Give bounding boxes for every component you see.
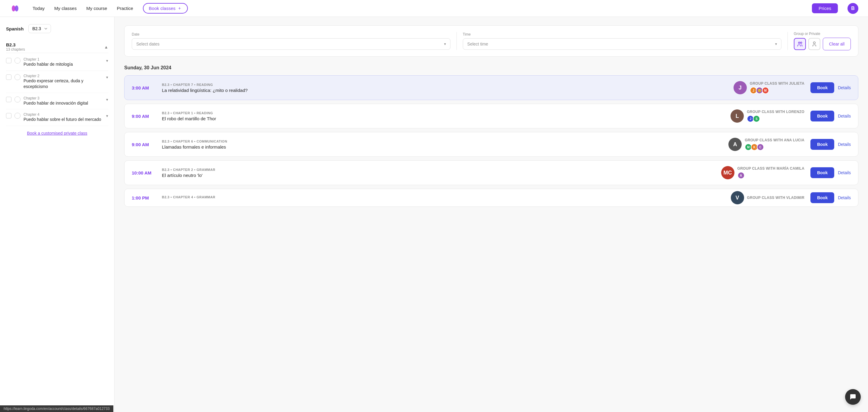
chapter-1-checkbox[interactable] xyxy=(6,58,11,63)
chapter-1-num: Chapter 1 xyxy=(24,57,103,62)
date-section-heading: Sunday, 30 Jun 2024 xyxy=(124,65,858,70)
language-label: Spanish xyxy=(6,26,24,31)
chapter-4-num: Chapter 4 xyxy=(24,113,103,117)
class-teacher-block: L GROUP CLASS WITH LORENZO J S xyxy=(731,109,804,123)
details-link[interactable]: Details xyxy=(838,85,851,90)
book-private-link[interactable]: Book a customised private class xyxy=(6,126,108,137)
language-selector-row: Spanish B2.3 B2.2 B2.1 B1.3 xyxy=(6,24,108,33)
section-title: B2.3 xyxy=(6,42,25,47)
time-select-value: Select time xyxy=(467,41,488,46)
class-title: El robo del martillo de Thor xyxy=(162,116,724,121)
chapter-2-checkbox[interactable] xyxy=(6,74,11,80)
class-teacher-block: A GROUP CLASS WITH ANA LUCIA M K C xyxy=(728,138,804,151)
class-time: 10:00 AM xyxy=(132,170,156,176)
teacher-name: GROUP CLASS WITH JULIETA xyxy=(750,82,804,86)
student-avatars: M K C xyxy=(745,144,804,151)
class-meta: B2.3 • CHAPTER 6 • COMMUNICATION xyxy=(162,139,722,143)
filter-divider-1 xyxy=(457,32,457,50)
date-filter-group: Date Select dates ▾ xyxy=(132,32,451,50)
details-link[interactable]: Details xyxy=(838,170,851,175)
time-select-button[interactable]: Select time ▾ xyxy=(463,38,781,50)
details-link[interactable]: Details xyxy=(838,114,851,119)
class-title: El artículo neutro 'lo' xyxy=(162,173,715,178)
teacher-avatar: J xyxy=(734,81,747,94)
details-link[interactable]: Details xyxy=(838,195,851,200)
class-time: 3:00 AM xyxy=(132,85,156,90)
book-button[interactable]: Book xyxy=(810,82,834,93)
sidebar: Spanish B2.3 B2.2 B2.1 B1.3 B2.3 13 chap… xyxy=(0,17,115,412)
chapter-4-progress xyxy=(14,113,21,119)
student-avatars: J 😊 M xyxy=(750,87,804,94)
class-card: 10:00 AM B2.3 • CHAPTER 2 • GRAMMAR El a… xyxy=(124,160,858,185)
chapter-item[interactable]: Chapter 4 Puedo hablar sobre el futuro d… xyxy=(6,109,108,126)
class-meta: B2.3 • CHAPTER 7 • READING xyxy=(162,83,727,87)
date-filter-label: Date xyxy=(132,32,451,36)
nav-my-classes[interactable]: My classes xyxy=(54,6,76,11)
class-teacher-block: V GROUP CLASS WITH VLADIMIR xyxy=(731,191,805,204)
class-time: 9:00 AM xyxy=(132,142,156,147)
navbar: Today My classes My course Practice Book… xyxy=(0,0,868,17)
class-actions: Book Details xyxy=(810,167,851,178)
user-avatar-button[interactable]: B xyxy=(847,3,858,14)
time-filter-label: Time xyxy=(463,32,781,36)
date-chevron-icon: ▾ xyxy=(444,42,446,46)
teacher-name: GROUP CLASS WITH ANA LUCIA xyxy=(745,138,804,142)
book-button[interactable]: Book xyxy=(810,139,834,150)
time-filter-group: Time Select time ▾ xyxy=(463,32,781,50)
teacher-avatar: MC xyxy=(721,166,735,179)
book-button[interactable]: Book xyxy=(810,167,834,178)
nav-practice[interactable]: Practice xyxy=(117,6,133,11)
class-card: 9:00 AM B2.3 • CHAPTER 1 • READING El ro… xyxy=(124,104,858,128)
level-select[interactable]: B2.3 B2.2 B2.1 B1.3 xyxy=(28,24,51,33)
date-select-button[interactable]: Select dates ▾ xyxy=(132,38,451,50)
chapter-4-expand-icon[interactable]: ▾ xyxy=(106,114,108,118)
section-subtitle: 13 chapters xyxy=(6,47,25,52)
chapter-4-checkbox[interactable] xyxy=(6,113,11,119)
classes-list: 3:00 AM B2.3 • CHAPTER 7 • READING La re… xyxy=(124,75,858,207)
svg-point-2 xyxy=(15,5,19,11)
svg-point-3 xyxy=(798,42,800,43)
time-chevron-icon: ▾ xyxy=(775,42,777,46)
chapter-1-expand-icon[interactable]: ▾ xyxy=(106,59,108,63)
collapse-icon[interactable]: ▲ xyxy=(104,44,108,50)
class-teacher-block: J GROUP CLASS WITH JULIETA J 😊 M xyxy=(734,81,804,94)
student-avatars: A xyxy=(738,172,805,179)
filters-bar: Date Select dates ▾ Time Select time ▾ G… xyxy=(124,25,858,57)
class-time: 1:00 PM xyxy=(132,195,156,200)
class-meta: B2.3 • CHAPTER 4 • GRAMMAR xyxy=(162,195,725,199)
book-button[interactable]: Book xyxy=(810,110,834,122)
main-layout: Spanish B2.3 B2.2 B2.1 B1.3 B2.3 13 chap… xyxy=(0,17,868,412)
main-content: Date Select dates ▾ Time Select time ▾ G… xyxy=(115,17,868,412)
details-link[interactable]: Details xyxy=(838,142,851,147)
teacher-avatar: L xyxy=(731,109,744,123)
chapter-2-expand-icon[interactable]: ▾ xyxy=(106,75,108,80)
chapter-3-name: Puedo hablar de innovación digital xyxy=(24,100,103,106)
chat-bubble-button[interactable] xyxy=(845,389,861,405)
nav-today[interactable]: Today xyxy=(33,6,44,11)
chapter-item[interactable]: Chapter 2 Puedo expresar certeza, duda y… xyxy=(6,71,108,93)
book-classes-button[interactable]: Book classes ＋ xyxy=(143,3,188,13)
book-button[interactable]: Book xyxy=(810,192,834,203)
chapter-item[interactable]: Chapter 1 Puedo hablar de mitología ▾ xyxy=(6,54,108,71)
clear-all-button[interactable]: Clear all xyxy=(823,38,851,50)
class-actions: Book Details xyxy=(810,110,851,122)
nav-my-course[interactable]: My course xyxy=(86,6,107,11)
chapter-3-checkbox[interactable] xyxy=(6,97,11,102)
student-avatar: C xyxy=(757,144,764,151)
chapter-item[interactable]: Chapter 3 Puedo hablar de innovación dig… xyxy=(6,93,108,110)
chapter-1-progress xyxy=(14,58,21,64)
section-header: B2.3 13 chapters ▲ xyxy=(6,39,108,53)
group-class-button[interactable] xyxy=(794,38,806,50)
plus-icon: ＋ xyxy=(177,5,182,11)
student-avatar: S xyxy=(753,115,760,122)
private-class-button[interactable] xyxy=(808,38,820,50)
chapter-2-num: Chapter 2 xyxy=(24,74,103,78)
logo[interactable] xyxy=(10,3,21,14)
class-meta: B2.3 • CHAPTER 2 • GRAMMAR xyxy=(162,168,715,171)
teacher-name: GROUP CLASS WITH VLADIMIR xyxy=(747,196,805,200)
class-card: 3:00 AM B2.3 • CHAPTER 7 • READING La re… xyxy=(124,75,858,100)
prices-button[interactable]: Prices xyxy=(812,3,838,13)
chapter-3-num: Chapter 3 xyxy=(24,96,103,100)
chapter-3-expand-icon[interactable]: ▾ xyxy=(106,97,108,102)
class-card: 9:00 AM B2.3 • CHAPTER 6 • COMMUNICATION… xyxy=(124,132,858,157)
